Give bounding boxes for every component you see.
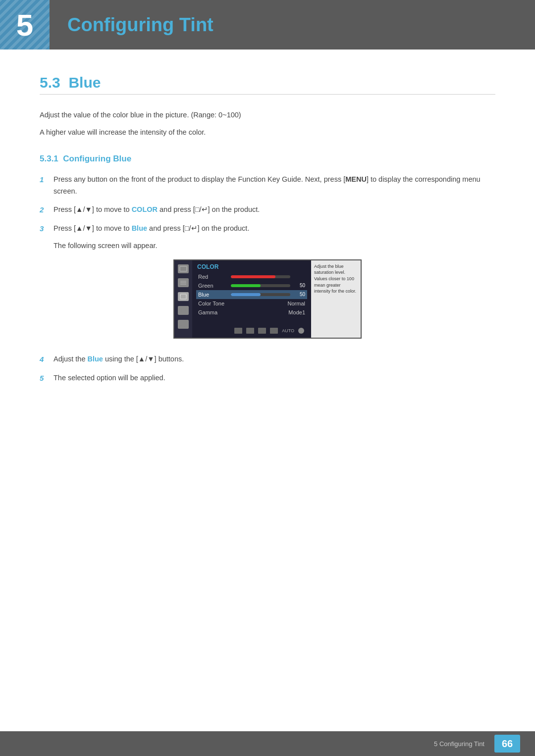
menu-row-colortone: Color Tone Normal xyxy=(196,299,307,308)
svg-rect-7 xyxy=(186,295,187,296)
step-4-number: 4 xyxy=(40,353,54,365)
menu-bottom-bar: AUTO xyxy=(196,326,307,335)
menu-bar-fill-green xyxy=(231,284,261,287)
step-5: 5 The selected option will be applied. xyxy=(40,372,495,384)
header-title: Configuring Tint xyxy=(67,14,214,36)
bottom-icon-4 xyxy=(270,328,278,334)
menu-bar-fill-red xyxy=(231,275,275,278)
page-footer: 5 Configuring Tint 66 xyxy=(0,731,535,756)
menu-label-gamma: Gamma xyxy=(198,309,288,315)
step-2: 2 Press [▲/▼] to move to COLOR and press… xyxy=(40,204,495,216)
header-banner: 5 Configuring Tint xyxy=(0,0,535,50)
step-5-text: The selected option will be applied. xyxy=(54,372,495,384)
menu-row-red: Red xyxy=(196,272,307,281)
bottom-icon-2 xyxy=(246,328,254,334)
subsection-heading: 5.3.1 Configuring Blue xyxy=(40,154,495,164)
steps-list: 1 Press any button on the front of the p… xyxy=(40,174,495,234)
main-content: 5.3 Blue Adjust the value of the color b… xyxy=(0,50,535,451)
sidebar-icon-2 xyxy=(178,278,189,287)
step-2-text: Press [▲/▼] to move to COLOR and press [… xyxy=(54,204,495,215)
menu-label-green: Green xyxy=(198,283,228,289)
svg-rect-6 xyxy=(180,295,181,296)
sidebar-icon-1 xyxy=(178,264,189,273)
step-4-text: Adjust the Blue using the [▲/▼] buttons. xyxy=(54,353,495,365)
header-number: 5 xyxy=(16,7,33,43)
menu-text-gamma: Mode1 xyxy=(288,309,305,315)
menu-bar-blue xyxy=(231,293,290,296)
section-heading: 5.3 Blue xyxy=(40,74,495,95)
menu-value-green: 50 xyxy=(293,283,305,288)
step-1-text: Press any button on the front of the pro… xyxy=(54,174,495,197)
menu-row-green: Green 50 xyxy=(196,281,307,290)
step-1-number: 1 xyxy=(40,174,54,186)
monitor-menu: COLOR Red Green 50 xyxy=(192,260,311,338)
menu-bar-fill-blue xyxy=(231,293,261,296)
header-number-box: 5 xyxy=(0,0,50,50)
sidebar-icon-4 xyxy=(178,306,189,315)
step-3: 3 Press [▲/▼] to move to Blue and press … xyxy=(40,223,495,235)
bottom-text-auto: AUTO xyxy=(282,328,294,333)
menu-value-blue: 50 xyxy=(293,292,305,297)
menu-label-colortone: Color Tone xyxy=(198,301,288,306)
svg-point-8 xyxy=(181,308,185,312)
step-3-number: 3 xyxy=(40,223,54,235)
monitor-mockup: i COLOR Red Green xyxy=(173,259,362,339)
menu-text-colortone: Normal xyxy=(288,301,305,306)
svg-text:i: i xyxy=(183,323,184,327)
step-4: 4 Adjust the Blue using the [▲/▼] button… xyxy=(40,353,495,365)
section-desc-1: Adjust the value of the color blue in th… xyxy=(40,109,495,121)
monitor-sidebar: i xyxy=(174,260,192,338)
svg-rect-5 xyxy=(180,294,186,299)
steps-list-2: 4 Adjust the Blue using the [▲/▼] button… xyxy=(40,353,495,384)
section-desc-2: A higher value will increase the intensi… xyxy=(40,127,495,138)
step-2-number: 2 xyxy=(40,204,54,216)
footer-text: 5 Configuring Tint xyxy=(434,740,484,748)
menu-bar-red xyxy=(231,275,290,278)
step-3-text: Press [▲/▼] to move to Blue and press [□… xyxy=(54,223,495,234)
menu-label-red: Red xyxy=(198,274,228,280)
menu-row-blue: Blue 50 xyxy=(196,290,307,299)
step-3-subtext: The following screen will appear. xyxy=(54,242,495,250)
monitor-tooltip: Adjust the blue saturation level. Values… xyxy=(311,260,361,338)
svg-rect-1 xyxy=(181,268,183,270)
bottom-icon-1 xyxy=(234,328,242,334)
step-1: 1 Press any button on the front of the p… xyxy=(40,174,495,197)
monitor-container: i COLOR Red Green xyxy=(40,259,495,339)
menu-label-blue: Blue xyxy=(198,292,228,298)
bottom-icon-power xyxy=(298,328,304,334)
footer-page-number: 66 xyxy=(494,735,520,753)
menu-bar-green xyxy=(231,284,290,287)
sidebar-icon-5: i xyxy=(178,320,189,329)
sidebar-icon-3 xyxy=(178,292,189,301)
step-5-number: 5 xyxy=(40,372,54,384)
menu-title: COLOR xyxy=(196,263,307,270)
bottom-icon-3 xyxy=(258,328,266,334)
menu-row-gamma: Gamma Mode1 xyxy=(196,308,307,317)
